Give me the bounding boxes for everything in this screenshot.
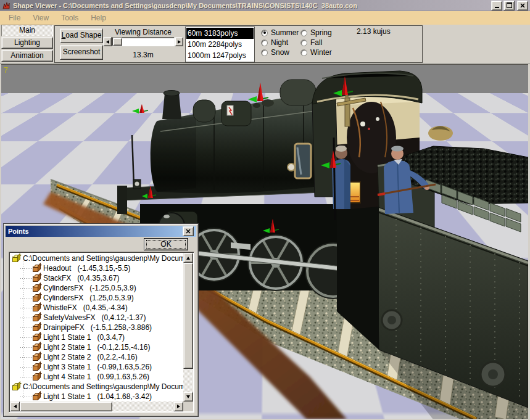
tree-connector — [20, 347, 33, 348]
cube-icon — [33, 286, 38, 292]
season-column-1: Summer Night Snow — [261, 28, 299, 57]
left-arrow-icon — [14, 405, 17, 408]
minimize-icon — [495, 7, 499, 8]
tab-main[interactable]: Main — [1, 25, 53, 36]
season-column-2: Spring Fall Winter — [300, 28, 332, 57]
dome-front — [193, 100, 215, 122]
vertical-scroll-thumb[interactable] — [183, 263, 193, 369]
vertical-scrollbar[interactable] — [183, 253, 193, 401]
cube-icon — [33, 365, 38, 371]
menu-view[interactable]: View — [27, 12, 55, 24]
tree-connector — [20, 268, 33, 269]
sand-mound — [428, 126, 453, 141]
tree-item[interactable]: Light 1 State 1(1.04,1.68,-3.42) — [10, 392, 183, 401]
tree-item[interactable]: Light 1 State 1(0,3.4,7) — [10, 332, 183, 342]
radio-circle — [300, 39, 307, 46]
tree-connector — [20, 377, 33, 377]
points-dialog: Points OK C:\Documents and Settings\gaus… — [3, 223, 199, 417]
radio-night[interactable]: Night — [261, 38, 299, 47]
tree-item[interactable]: DrainpipeFX(-1.5,1.258,-3.886) — [10, 323, 183, 332]
title-bar[interactable]: Shape Viewer - C:\Documents and Settings… — [0, 0, 530, 11]
cube-icon — [33, 326, 38, 331]
slider-left-arrow[interactable] — [103, 37, 112, 46]
radio-winter[interactable]: Winter — [300, 47, 332, 57]
tree-branch-line — [23, 388, 23, 398]
menu-help[interactable]: Help — [85, 12, 112, 24]
cube-icon — [33, 336, 38, 341]
tree-root[interactable]: C:\Documents and Settings\gausdenp\My Do… — [10, 253, 183, 263]
radio-fall[interactable]: Fall — [300, 38, 332, 47]
left-arrow-icon — [106, 40, 109, 44]
load-shape-button[interactable]: Load Shape — [60, 28, 103, 43]
flag-pole — [132, 135, 134, 187]
lod-item[interactable]: 100m 2284polys — [186, 39, 254, 50]
focus-outline — [146, 240, 186, 249]
up-arrow-icon — [186, 257, 190, 260]
app-icon — [2, 1, 10, 10]
slider-right-arrow[interactable] — [175, 37, 183, 46]
tab-animation[interactable]: Animation — [1, 50, 53, 62]
tree-item[interactable]: StackFX(0,4.35,3.67) — [10, 273, 183, 283]
viewing-distance-slider[interactable] — [103, 37, 183, 46]
gauge-dial — [288, 163, 295, 171]
tree-root[interactable]: C:\Documents and Settings\gausdenp\My Do… — [10, 382, 183, 392]
tab-lighting[interactable]: Lighting — [1, 37, 53, 49]
horizontal-scrollbar[interactable] — [10, 401, 183, 411]
screenshot-button[interactable]: Screenshot — [60, 45, 103, 60]
radio-circle — [261, 30, 268, 36]
points-close-button[interactable] — [183, 226, 194, 236]
horizontal-scroll-thumb[interactable] — [20, 401, 112, 411]
tree-item[interactable]: Light 4 State 1(0.99,1.63,5.26) — [10, 372, 183, 382]
cube-icon — [33, 316, 38, 321]
tree-item[interactable]: Headout(-1.45,3.15,-5.5) — [10, 263, 183, 273]
tree-item[interactable]: SafetyValvesFX(0,4.12,-1.37) — [10, 313, 183, 323]
menu-tools[interactable]: Tools — [55, 12, 85, 24]
radio-circle — [300, 30, 307, 36]
tree-item[interactable]: WhistleFX(0,4.35,-4.34) — [10, 303, 183, 313]
scroll-left-button[interactable] — [10, 401, 20, 411]
scroll-down-button[interactable] — [183, 392, 193, 401]
minimize-button[interactable] — [491, 1, 502, 10]
cube-icon — [33, 355, 38, 361]
points-dialog-titlebar[interactable]: Points — [6, 226, 196, 237]
viewing-distance-label: Viewing Distance — [104, 28, 182, 36]
scroll-up-button[interactable] — [183, 253, 193, 263]
points-dialog-title: Points — [8, 228, 29, 235]
tree-item[interactable]: Light 2 State 2(0,2.2,-4.16) — [10, 352, 183, 362]
maximize-button[interactable] — [503, 1, 515, 10]
cube-icon — [33, 276, 38, 282]
radio-summer[interactable]: Summer — [261, 28, 299, 38]
tree-connector — [20, 337, 33, 338]
slider-track[interactable] — [112, 37, 175, 46]
radio-circle — [261, 49, 268, 56]
radio-snow[interactable]: Snow — [261, 47, 299, 57]
shape-viewer-window: Shape Viewer - C:\Documents and Settings… — [0, 0, 530, 420]
folder-cube-icon — [12, 385, 18, 390]
cube-icon — [33, 296, 38, 302]
ok-button[interactable]: OK — [144, 238, 188, 250]
dome-steam — [280, 80, 316, 105]
buffer-beam — [117, 186, 127, 214]
cube-icon — [33, 375, 38, 381]
lod-item[interactable]: 1000m 1247polys — [186, 50, 254, 61]
window-title: Shape Viewer - C:\Documents and Settings… — [13, 2, 490, 9]
right-arrow-icon — [178, 40, 181, 44]
tree-item[interactable]: CylindersFX(-1.25,0.5,3.9) — [10, 283, 183, 293]
radio-circle — [300, 49, 307, 56]
tree-item[interactable]: CylindersFX(1.25,0.5,3.9) — [10, 293, 183, 303]
tree-item[interactable]: Light 2 State 1(-0.1,2.15,-4.16) — [10, 342, 183, 352]
radio-spring[interactable]: Spring — [300, 28, 332, 38]
tree-connector — [20, 367, 33, 368]
lod-item[interactable]: 60m 3183polys — [186, 28, 254, 39]
status-value: 2.13 kujus — [357, 27, 391, 36]
tree-item[interactable]: Light 3 State 1(-0.99,1.63,5.26) — [10, 362, 183, 372]
cube-icon — [33, 266, 38, 272]
viewing-distance-value: 13.3m — [104, 51, 182, 59]
tree-connector — [20, 288, 33, 289]
scroll-right-button[interactable] — [173, 401, 183, 411]
close-button[interactable] — [517, 1, 528, 10]
smoke-stack — [162, 93, 181, 119]
tree-branch-line — [23, 261, 23, 378]
menu-file[interactable]: File — [2, 12, 27, 24]
slider-thumb[interactable] — [113, 38, 122, 46]
